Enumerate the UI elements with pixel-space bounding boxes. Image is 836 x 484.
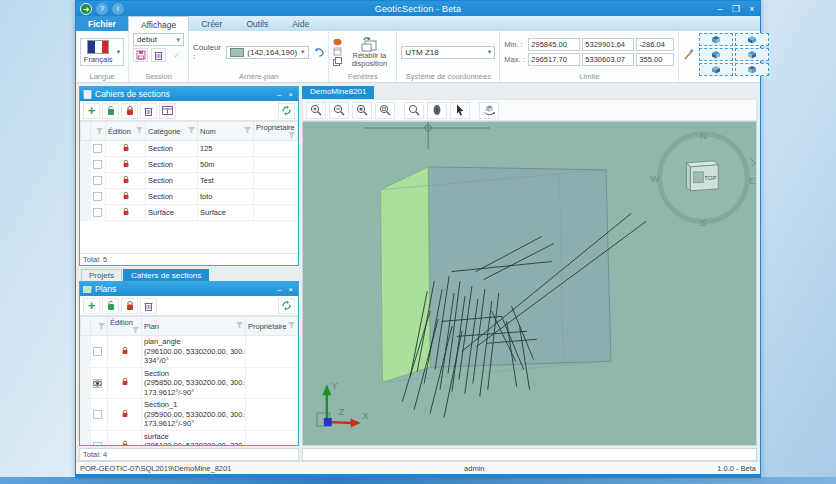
tab-aide[interactable]: Aide [280,16,321,31]
col-plan[interactable]: Plan [142,317,246,336]
min-z-field[interactable]: -286.04 [636,38,674,51]
panel-close-icon[interactable]: × [286,285,295,294]
pan-button[interactable] [427,102,447,119]
col-nom[interactable]: Nom [198,122,254,141]
refresh-button[interactable] [278,298,295,314]
table-row[interactable]: Sectiontoto [81,189,298,205]
panel-close-icon[interactable]: × [286,90,295,99]
view-top-button[interactable] [699,33,733,46]
unlock-button[interactable] [102,103,119,119]
zoom-in-button[interactable] [306,102,326,119]
tab-cahiers-de-sections[interactable]: Cahiers de sections [123,269,209,281]
paint-icon[interactable] [333,38,342,46]
max-y-field[interactable]: 5330603.07 [582,53,634,66]
view-left-button[interactable] [699,63,733,76]
refresh-button[interactable] [278,103,295,119]
select-button[interactable] [450,102,470,119]
table-row[interactable]: SectionTest [81,173,298,189]
delete-button[interactable] [140,298,157,314]
min-y-field[interactable]: 5329901.64 [582,38,634,51]
min-x-field[interactable]: 295845.00 [528,38,580,51]
visibility-checkbox[interactable] [93,144,102,153]
save-session-button[interactable] [133,48,148,62]
cahiers-toolbar: + [80,101,298,121]
grid-view-button[interactable] [159,103,176,119]
maximize-button[interactable]: ❐ [728,4,744,14]
visibility-checkbox-checked[interactable] [93,379,102,388]
tab-fichier[interactable]: Fichier [76,16,128,31]
col-edition[interactable]: Édition [106,122,146,141]
apply-session-button[interactable]: ✓ [169,48,184,62]
filter-icon [98,323,105,330]
language-selector[interactable]: Français ▾ [80,38,124,66]
table-row[interactable]: surface(296100.00, 5330200.00, 320.00)35… [81,430,298,445]
app-icon[interactable]: ➜ [80,3,92,15]
zoom-fit-button[interactable] [352,102,372,119]
visibility-checkbox[interactable] [93,442,102,446]
visibility-checkbox[interactable] [93,160,102,169]
unlock-button[interactable] [102,298,119,314]
col-proprietaire[interactable]: Propriétaire [254,122,298,141]
view-front-button[interactable] [699,48,733,61]
view-bottom-button[interactable] [735,33,769,46]
lock-icon [122,191,130,200]
info-icon[interactable]: i [112,3,124,15]
visibility-checkbox[interactable] [93,347,102,356]
visibility-checkbox[interactable] [93,176,102,185]
table-row[interactable]: Section125 [81,141,298,157]
orbit-button[interactable] [479,102,499,119]
refresh-icon [281,300,292,311]
coordinate-system-select[interactable]: UTM Z18 ▾ [401,46,495,59]
panel-minimize-icon[interactable]: – [275,285,283,294]
wand-icon[interactable] [683,48,694,61]
tab-affichage[interactable]: Affichage [128,16,189,31]
tab-demomine8201[interactable]: DemoMine8201 [302,86,374,99]
tab-projets[interactable]: Projets [81,269,122,281]
table-row[interactable]: SurfaceSurface [81,205,298,221]
trash-icon [144,301,153,311]
viewport-tab-row: DemoMine8201 [302,86,757,99]
view-back-button[interactable] [735,48,769,61]
visibility-checkbox[interactable] [93,192,102,201]
col-categorie[interactable]: Catégorie [146,122,198,141]
table-row[interactable]: Section(295850.00, 5330200.00, 300.00)17… [81,367,298,399]
delete-button[interactable] [140,103,157,119]
undo-icon[interactable] [313,47,325,58]
max-z-field[interactable]: 355.00 [636,53,674,66]
scene-3d: N W E S TOP [303,122,756,445]
delete-session-button[interactable] [151,48,166,62]
zoom-window-button[interactable] [404,102,424,119]
add-button[interactable]: + [83,103,100,119]
clear-windows-icon[interactable] [333,47,342,56]
collapse-ribbon-icon[interactable]: ⌃ [765,72,772,81]
table-row[interactable]: Section_1(295900.00, 5330200.00, 300.00)… [81,399,298,431]
viewport-canvas[interactable]: N W E S TOP [302,121,757,446]
cascade-icon[interactable] [333,57,342,66]
unlock-icon [106,300,116,311]
lock-button[interactable] [121,103,138,119]
plans-title: Plans [95,284,272,294]
background-color-picker[interactable]: (142,164,190) ▾ [226,46,308,59]
tab-outils[interactable]: Outils [234,16,280,31]
col-edition[interactable]: Édition [108,317,142,336]
zoom-selection-button[interactable] [375,102,395,119]
table-row[interactable]: Section50m [81,157,298,173]
tab-creer[interactable]: Créer [189,16,234,31]
status-bar: POR-GEOTIC-07\SQL2019\DemoMine_8201 admi… [76,461,760,474]
panel-minimize-icon[interactable]: – [275,90,283,99]
close-button[interactable]: × [744,4,760,14]
table-row[interactable]: plan_angle(296100.00, 5330200.00, 300.00… [81,336,298,368]
max-x-field[interactable]: 296517.70 [528,53,580,66]
add-button[interactable]: + [83,298,100,314]
lock-button[interactable] [121,298,138,314]
plans-toolbar: + [80,296,298,316]
restore-layout-button[interactable]: Rétablir la disposition [346,37,392,68]
help-icon[interactable]: ? [96,3,108,15]
col-proprietaire[interactable]: Propriétaire [246,317,298,336]
visibility-checkbox[interactable] [93,208,102,217]
compass-n: N [700,130,707,141]
visibility-checkbox[interactable] [93,410,102,419]
zoom-out-button[interactable] [329,102,349,119]
minimize-button[interactable]: – [712,4,728,14]
session-select[interactable]: début ▾ [133,33,184,46]
